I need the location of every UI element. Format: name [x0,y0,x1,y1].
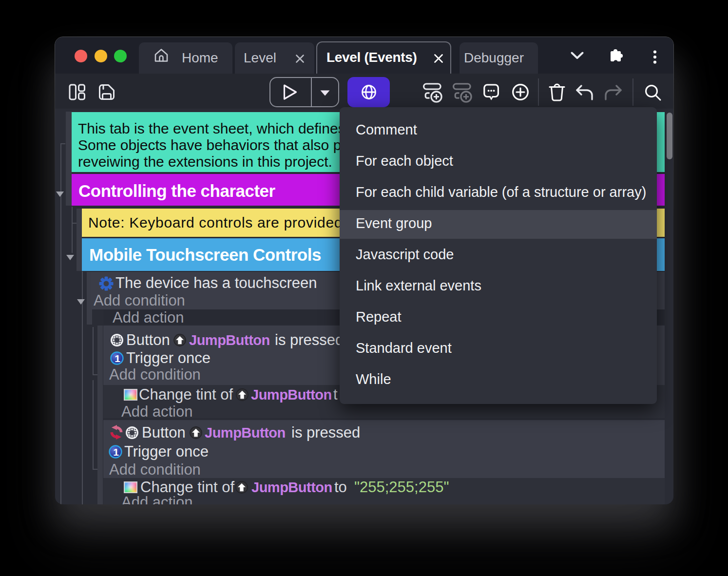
svg-text:1: 1 [115,353,120,364]
svg-text:1: 1 [113,446,119,458]
